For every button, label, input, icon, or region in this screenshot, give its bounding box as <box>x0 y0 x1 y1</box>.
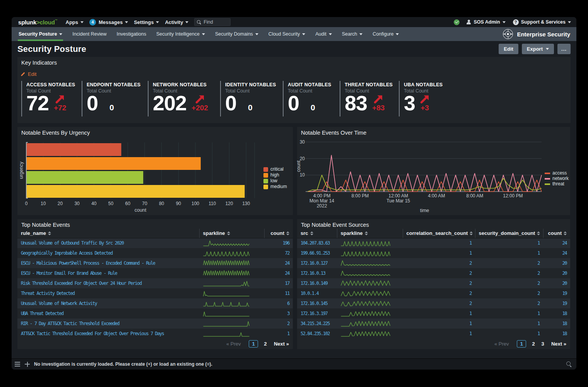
cell-count[interactable]: 3 <box>264 308 293 319</box>
cell-count[interactable]: 18 <box>543 308 570 319</box>
cell-correlation_search_count[interactable]: 1 <box>403 238 475 248</box>
support-menu[interactable]: ? Support & Services <box>513 19 571 25</box>
table-row[interactable]: 52.84.235.1021118 <box>297 329 570 339</box>
column-header-sparkline[interactable]: sparkline <box>199 229 264 238</box>
column-header-rule-name[interactable]: rule_name <box>17 229 199 238</box>
cell-correlation_search_count[interactable]: 1 <box>403 248 475 258</box>
column-header-count[interactable]: count <box>264 229 293 238</box>
cell-correlation_search_count[interactable]: 2 <box>403 258 475 268</box>
cell-count[interactable]: 24 <box>264 268 293 278</box>
table-row[interactable]: 172.16.0.1452219 <box>297 298 570 308</box>
cell-rule_name[interactable]: ATT&CK Tactic Threshold Exceeded For Obj… <box>17 329 199 339</box>
table-row[interactable]: UBA Threat Detected3 <box>17 308 293 319</box>
cell-src[interactable]: 172.16.0.127 <box>297 258 337 268</box>
tab-incident-review[interactable]: Incident Review <box>72 27 107 41</box>
legend-item-high[interactable]: high <box>263 173 287 178</box>
table-row[interactable]: Geographically Improbable Access Detecte… <box>17 248 293 258</box>
legend-item-access[interactable]: access <box>545 171 569 176</box>
cell-security_domain_count[interactable]: 1 <box>475 248 543 258</box>
cell-security_domain_count[interactable]: 2 <box>475 298 543 308</box>
cell-count[interactable]: 20 <box>543 268 570 278</box>
table-row[interactable]: 172.16.0.1492220 <box>297 278 570 288</box>
cell-src[interactable]: 10.0.1.4 <box>297 288 337 298</box>
cell-rule_name[interactable]: ESCU - Monitor Email For Brand Abuse - R… <box>17 268 199 278</box>
cell-security_domain_count[interactable]: 2 <box>475 288 543 298</box>
cell-security_domain_count[interactable]: 2 <box>475 278 543 288</box>
pagination-page-3[interactable]: 3 <box>541 341 545 347</box>
edit-button[interactable]: Edit <box>499 44 518 54</box>
cell-security_domain_count[interactable]: 1 <box>475 319 543 329</box>
legend-item-medium[interactable]: medium <box>263 184 287 189</box>
cell-count[interactable]: 18 <box>543 319 570 329</box>
cell-src[interactable]: 172.16.0.13 <box>297 268 337 278</box>
cell-rule_name[interactable]: ESCU - Malicious PowerShell Process - En… <box>17 258 199 268</box>
table-row[interactable]: 172.16.3.1971118 <box>297 308 570 319</box>
pagination-prev[interactable]: « Prev <box>226 341 241 347</box>
cell-src[interactable]: 52.84.235.102 <box>297 329 337 339</box>
cell-src[interactable]: 172.16.3.197 <box>297 308 337 319</box>
urgency-bar-chart[interactable]: 0102030405060708090100110120130counturge… <box>17 139 273 215</box>
cell-rule_name[interactable]: Unusual Volume of Outbound Traffic By Sr… <box>17 238 199 248</box>
cell-count[interactable]: 72 <box>264 248 293 258</box>
tab-configure[interactable]: Configure <box>372 27 400 41</box>
cell-correlation_search_count[interactable]: 2 <box>403 278 475 288</box>
cell-src[interactable]: 104.207.83.63 <box>297 238 337 248</box>
cell-count[interactable]: 11 <box>264 288 293 298</box>
cell-security_domain_count[interactable]: 1 <box>475 329 543 339</box>
cell-count[interactable]: 20 <box>543 278 570 288</box>
table-row[interactable]: RIR - 7 Day ATT&CK Tactic Threshold Exce… <box>17 319 293 329</box>
export-button[interactable]: Export <box>522 44 554 54</box>
table-row[interactable]: ESCU - Malicious PowerShell Process - En… <box>17 258 293 268</box>
pagination-page-1[interactable]: 1 <box>517 340 526 348</box>
investigation-list-icon[interactable] <box>15 362 20 366</box>
column-header-src[interactable]: src <box>297 229 337 238</box>
cell-correlation_search_count[interactable]: 1 <box>403 308 475 319</box>
kpi-tile-access-notables[interactable]: ACCESS NOTABLESTotal Count72+72 <box>21 81 82 116</box>
cell-security_domain_count[interactable]: 1 <box>475 308 543 319</box>
kpi-tile-network-notables[interactable]: NETWORK NOTABLESTotal Count202+202 <box>148 81 220 116</box>
table-row[interactable]: 199.66.91.2531124 <box>297 248 570 258</box>
column-header-security-domain-count[interactable]: security_domain_count <box>475 229 543 238</box>
cell-count[interactable]: 2 <box>264 319 293 329</box>
cell-count[interactable]: 24 <box>543 248 570 258</box>
more-button[interactable]: ... <box>557 44 571 54</box>
tab-investigations[interactable]: Investigations <box>116 27 147 41</box>
pagination-page-2[interactable]: 2 <box>263 341 267 347</box>
cell-count[interactable]: 6 <box>264 298 293 308</box>
table-row[interactable]: 172.16.0.1272220 <box>297 258 570 268</box>
bar-critical[interactable] <box>27 143 121 156</box>
cell-src[interactable]: 172.16.0.145 <box>297 298 337 308</box>
settings-menu[interactable]: Settings <box>134 19 159 25</box>
cell-count[interactable]: 19 <box>543 298 570 308</box>
bar-low[interactable] <box>27 171 144 184</box>
cell-count[interactable]: 196 <box>264 238 293 248</box>
cell-count[interactable]: 24 <box>264 258 293 268</box>
table-row[interactable]: Unusual Volume of Network Activity6 <box>17 298 293 308</box>
tab-security-domains[interactable]: Security Domains <box>214 27 259 41</box>
find-input[interactable] <box>203 19 228 25</box>
kpi-tile-identity-notables[interactable]: IDENTITY NOTABLESTotal Count00 <box>220 81 283 116</box>
tab-audit[interactable]: Audit <box>315 27 333 41</box>
user-menu[interactable]: SOS Admin <box>466 19 505 25</box>
tab-security-posture[interactable]: Security Posture <box>18 27 63 41</box>
legend-item-critical[interactable]: critical <box>263 167 287 172</box>
table-row[interactable]: 104.207.83.631124 <box>297 238 570 248</box>
kpi-tile-threat-notables[interactable]: THREAT NOTABLESTotal Count83+83 <box>340 81 399 116</box>
cell-count[interactable]: 20 <box>543 258 570 268</box>
pagination-next[interactable]: Next » <box>274 341 289 347</box>
cell-count[interactable]: 18 <box>543 329 570 339</box>
column-header-sparkline[interactable]: sparkline <box>337 229 403 238</box>
add-investigation-icon[interactable] <box>25 362 30 367</box>
cell-correlation_search_count[interactable]: 2 <box>403 288 475 298</box>
cell-rule_name[interactable]: RIR - 7 Day ATT&CK Tactic Threshold Exce… <box>17 319 199 329</box>
table-row[interactable]: Threat Activity Detected11 <box>17 288 293 298</box>
legend-item-network[interactable]: network <box>545 176 569 181</box>
pagination-page-1[interactable]: 1 <box>249 340 258 348</box>
cell-count[interactable]: 19 <box>543 288 570 298</box>
tab-security-intelligence[interactable]: Security Intelligence <box>156 27 206 41</box>
zoom-search-icon[interactable] <box>566 361 572 367</box>
table-row[interactable]: Unusual Volume of Outbound Traffic By Sr… <box>17 238 293 248</box>
cell-count[interactable]: 24 <box>543 238 570 248</box>
activity-menu[interactable]: Activity <box>165 19 188 25</box>
cell-rule_name[interactable]: Unusual Volume of Network Activity <box>17 298 199 308</box>
